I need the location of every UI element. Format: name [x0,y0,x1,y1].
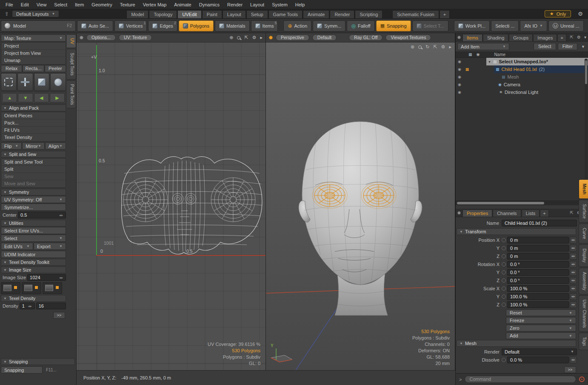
menu-item[interactable]: Item [71,0,88,9]
flip-dropdown[interactable]: Flip▼ [1,142,22,150]
export-dropdown[interactable]: Export▼ [34,243,66,250]
channel-dot-icon[interactable] [502,246,506,250]
orient-pieces-command[interactable]: Orient Pieces [1,112,66,119]
shading-default-tab[interactable]: Default [312,34,337,41]
channel-dot-icon[interactable] [502,358,506,362]
center-value-field[interactable]: 0.5 ◂▸ [18,212,66,218]
spinner-arrows-icon[interactable]: ◂▸ [570,261,577,268]
pack-command[interactable]: Pack... [1,119,66,127]
tree-row-scene[interactable]: ◉ ▼ ▤ Select Unmapped.lxo* [456,58,588,65]
uv-symmetry-dropdown[interactable]: UV Symmetry: Off ▼ [1,196,66,203]
visibility-eye-icon[interactable]: ◉ [456,82,463,87]
texel-density-toolkit-header[interactable]: ▼ Texel Density Toolkit [1,259,66,266]
properties-more-button[interactable]: >> [564,366,576,373]
afx-io-button[interactable]: Afx IO ▼ [520,20,547,31]
spinner-arrows-icon[interactable]: ◂▸ [28,304,32,308]
menu-geometry[interactable]: Geometry [88,0,116,9]
channel-dot-icon[interactable] [502,286,506,291]
tree-row-camera[interactable]: ◉ ◉ Camera [456,81,588,88]
scrollbar-thumb[interactable] [585,60,587,84]
tab-items[interactable]: Items [462,34,482,41]
viewport-menu-icon[interactable] [269,36,273,40]
fit-uvs-command[interactable]: Fit UVs [1,127,66,134]
layout-tab-setup[interactable]: Setup [246,10,268,18]
filter-button[interactable]: Filter [558,43,577,50]
spinner-arrows-icon[interactable]: ◂▸ [570,237,577,243]
menu-file[interactable]: File [2,0,17,9]
texel-image-button-1[interactable] [1,282,20,294]
item-name-input[interactable]: Child Head 01.lxl (2) [502,220,577,226]
snapping-section-header[interactable]: ▼ Snapping [1,358,75,365]
menu-dynamics[interactable]: Dynamics [195,0,223,9]
tab-properties[interactable]: Properties [462,209,492,217]
menu-vertex-map[interactable]: Vertex Map [139,0,171,9]
layout-tab-model[interactable]: Model [126,10,148,18]
gear-icon[interactable]: ⚙ [252,35,257,40]
items-mode-button[interactable]: Items 5 [251,20,278,31]
add-tab-button[interactable]: + [557,34,566,41]
menu-view[interactable]: View [33,0,51,9]
align-pack-section-header[interactable]: ▼ Align and Pack [1,105,66,111]
materials-mode-button[interactable]: Materials [215,20,250,31]
scrollbar-thumb[interactable] [457,202,544,204]
uv-texture-tab[interactable]: UV: Texture [119,34,152,41]
uv-select-tool-button[interactable] [1,73,17,91]
shift-up-button[interactable]: ▲ [2,93,17,102]
menu-select[interactable]: Select [50,0,71,9]
align-dropdown[interactable]: Align▼ [45,142,66,150]
visibility-eye-icon[interactable]: ◉ [456,59,463,64]
visibility-eye-icon[interactable]: ◉ [456,75,463,79]
relax-tool-tab[interactable]: Relax [1,65,22,72]
tree-row-mesh[interactable]: ◉ ▦ Mesh [456,73,588,81]
layout-tab-render[interactable]: Render [330,10,354,18]
transform-section-header[interactable]: ▼ Transform [457,228,576,235]
scale-y-field[interactable]: 100.0 % [507,293,569,300]
layout-export-icon[interactable]: ⇧ [3,11,11,17]
fit-view-icon[interactable]: ⇱ [570,210,574,215]
position-x-field[interactable]: 0 m [507,237,569,243]
item-mode-button[interactable]: Model F2 [1,20,76,31]
viewport-textures-tab[interactable]: Viewport Textures [385,34,431,41]
tab-images[interactable]: Images [533,34,557,41]
polygons-mode-button[interactable]: Polygons [179,20,214,31]
peeler-tool-tab[interactable]: Peeler [45,65,66,72]
zoom-icon[interactable] [237,36,240,40]
texel-density-section-header[interactable]: ▼ Texel Density [1,295,66,302]
sew-command[interactable]: Sew [1,173,66,180]
zero-button[interactable]: Zero ▼ [506,325,576,331]
snapping-toggle-button[interactable]: Snapping [1,366,43,374]
density-size-field[interactable]: 16 [36,303,66,309]
image-size-section-header[interactable]: ▼ Image Size [1,266,66,273]
spinner-arrows-icon[interactable]: ◂▸ [570,357,577,363]
position-y-field[interactable]: 0 m [507,245,569,252]
side-tab-assembly[interactable]: Assembly [579,268,588,294]
freeze-button[interactable]: Freeze ▼ [506,317,576,324]
scene-row-content[interactable]: ▼ ▤ Select Unmapped.lxo* [486,58,588,65]
spinner-arrows-icon[interactable]: ◂▸ [570,245,577,252]
channel-dot-icon[interactable] [502,294,506,299]
dissolve-field[interactable]: 0.0 % [507,357,569,363]
add-item-dropdown[interactable]: Add Item ▼ [457,43,509,50]
light-row-content[interactable]: ☀ Directional Light [497,88,588,96]
layout-tab-topology[interactable]: Topology [149,10,177,18]
pan-icon[interactable]: ⊕ [229,35,233,40]
uv-projection-tool-button[interactable] [34,73,50,91]
layout-tab-paint[interactable]: Paint [202,10,222,18]
spinner-arrows-icon[interactable]: ◂▸ [570,253,577,260]
channel-dot-icon[interactable] [502,254,506,258]
expander-triangle-icon[interactable]: ▼ [488,60,491,63]
menu-edit[interactable]: Edit [17,0,33,9]
scale-z-field[interactable]: 100.0 % [507,301,569,308]
chevron-right-icon[interactable]: ▸ [449,44,451,50]
chevron-down-icon[interactable]: ▾ [584,35,586,40]
menu-render[interactable]: Render [223,0,246,9]
split-command[interactable]: Split [1,166,66,173]
vertices-mode-button[interactable]: Vertices 1 [114,20,147,31]
split-sew-section-header[interactable]: ▼ Split and Sew [1,151,66,158]
edit-uvs-dropdown[interactable]: Edit UVs▼ [1,243,33,250]
image-size-field[interactable]: 1024 ◂▸ [27,274,66,281]
rotation-z-field[interactable]: 0.0 ° [507,277,569,284]
uv-options-button[interactable]: Options... [86,34,116,41]
visibility-eye-icon[interactable]: ◉ [456,90,463,94]
visibility-eye-icon[interactable]: ◉ [456,67,463,71]
